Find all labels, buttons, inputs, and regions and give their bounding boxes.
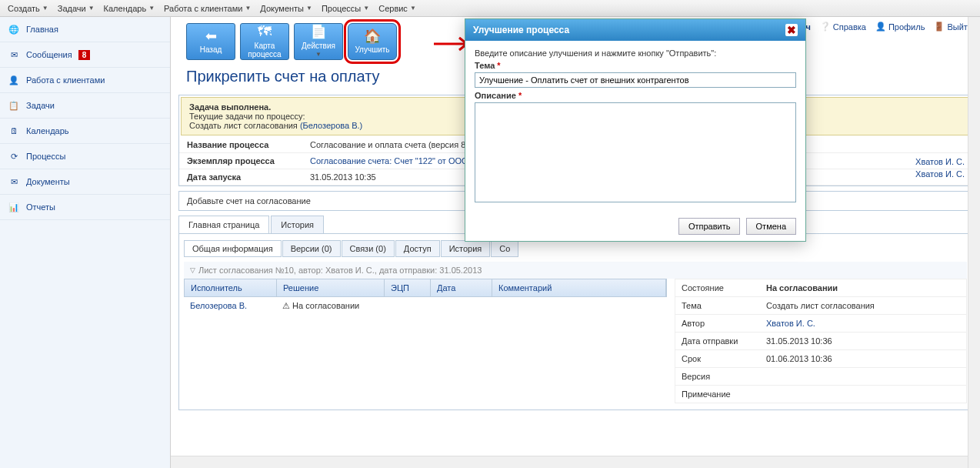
menu-tasks[interactable]: Задачи▼ — [53, 2, 99, 15]
dialog-instruction: Введите описание улучшения и нажмите кно… — [475, 48, 796, 58]
menu-create[interactable]: Создать▼ — [3, 2, 53, 15]
dialog-title: Улучшение процесса — [473, 25, 569, 35]
sidebar-item-home[interactable]: 🌐Главная — [0, 17, 170, 42]
vertical-scrollbar[interactable] — [968, 17, 980, 468]
description-textarea[interactable] — [475, 102, 796, 202]
clipboard-icon: 📋 — [8, 99, 20, 112]
tab-access[interactable]: Доступ — [395, 240, 440, 257]
menu-documents[interactable]: Документы▼ — [255, 2, 317, 15]
info-label: Экземпляр процесса — [187, 156, 310, 165]
improve-button[interactable]: 🏠Улучшить — [348, 23, 397, 60]
doc-icon: 📄 — [310, 25, 327, 40]
process-instance-link[interactable]: Согласование счета: Счет "122" от ООО Са… — [310, 156, 486, 165]
sidebar-item-messages[interactable]: ✉Сообщения 8 — [0, 42, 170, 68]
approval-sheet-header[interactable]: ▽Лист согласования №10, автор: Хватов И.… — [184, 262, 967, 279]
inner-panel: Общая информация Версии (0) Связи (0) До… — [178, 233, 972, 410]
top-menu: Создать▼ Задачи▼ Календарь▼ Работа с кли… — [0, 0, 980, 17]
info-label: Название процесса — [187, 140, 310, 149]
dialog-title-bar: Улучшение процесса ✖ — [465, 19, 805, 41]
task-current-label: Текущие задачи по процессу: — [189, 112, 305, 121]
sidebar-item-documents[interactable]: ✉Документы — [0, 169, 170, 195]
info-value: Согласование и оплата счета (версия 8) — [310, 140, 468, 149]
map-icon: 🗺 — [258, 25, 272, 40]
close-icon[interactable]: ✖ — [785, 24, 798, 36]
menu-calendar[interactable]: Календарь▼ — [99, 2, 159, 15]
task-line: Создать лист согласования — [189, 121, 298, 130]
menu-clients[interactable]: Работа с клиентами▼ — [159, 2, 255, 15]
actions-button[interactable]: 📄Действия▼ — [294, 23, 343, 60]
globe-icon: 🌐 — [8, 23, 20, 35]
grid-header: Исполнитель Решение ЭЦП Дата Комментарий — [184, 279, 667, 297]
person-icon: 👤 — [8, 74, 20, 86]
table-row: Белозерова В. ⚠ На согласовании — [184, 297, 667, 315]
tab-links[interactable]: Связи (0) — [342, 240, 395, 257]
author-link[interactable]: Хватов И. С. — [766, 319, 815, 328]
sidebar-item-processes[interactable]: ⟳Процессы — [0, 144, 170, 169]
secondary-tabs: Общая информация Версии (0) Связи (0) До… — [184, 240, 967, 257]
chart-icon: 📊 — [8, 201, 20, 213]
cycle-icon: ⟳ — [8, 150, 20, 162]
warning-icon: ⚠ — [282, 301, 290, 310]
sidebar-item-tasks[interactable]: 📋Задачи — [0, 93, 170, 119]
improvement-dialog: Улучшение процесса ✖ Введите описание ул… — [465, 18, 806, 242]
user-link[interactable]: Хватов И. С. — [915, 168, 965, 180]
tab-history2[interactable]: История — [441, 240, 491, 257]
subject-label: Тема * — [475, 61, 796, 70]
executor-link[interactable]: Белозерова В. — [190, 301, 247, 310]
task-user-link[interactable]: (Белозерова В.) — [300, 121, 362, 130]
process-map-button[interactable]: 🗺Карта процесса — [240, 23, 289, 60]
subject-input[interactable] — [475, 72, 796, 88]
tab-versions[interactable]: Версии (0) — [282, 240, 341, 257]
side-users: Хватов И. С. Хватов И. С. — [915, 155, 965, 180]
envelope-icon: ✉ — [8, 176, 20, 188]
tab-general[interactable]: Общая информация — [184, 240, 282, 257]
info-label: Дата запуска — [187, 172, 310, 182]
collapse-icon: ▽ — [190, 266, 195, 274]
calendar-icon: 🗓 — [8, 125, 20, 137]
user-link[interactable]: Хватов И. С. — [915, 155, 965, 168]
description-label: Описание * — [475, 91, 796, 100]
back-icon: ⬅ — [205, 29, 217, 45]
sidebar-item-reports[interactable]: 📊Отчеты — [0, 195, 170, 220]
house-icon: 🏠 — [364, 29, 381, 45]
meta-grid: СостояниеНа согласовании ТемаСоздать лис… — [675, 279, 967, 403]
messages-badge: 8 — [78, 50, 91, 60]
sidebar: 🌐Главная ✉Сообщения 8 👤Работа с клиентам… — [0, 17, 171, 468]
send-button[interactable]: Отправить — [678, 218, 741, 235]
info-value: 31.05.2013 10:35 — [310, 172, 376, 182]
sidebar-item-calendar[interactable]: 🗓Календарь — [0, 119, 170, 144]
tab-history[interactable]: История — [271, 216, 324, 233]
task-done-label: Задача выполнена. — [189, 102, 271, 112]
mail-icon: ✉ — [8, 48, 20, 61]
cancel-button[interactable]: Отмена — [746, 218, 796, 235]
menu-processes[interactable]: Процессы▼ — [317, 2, 374, 15]
tab-main-page[interactable]: Главная страница — [178, 216, 269, 233]
horizontal-scrollbar[interactable] — [171, 456, 968, 468]
back-button[interactable]: ⬅Назад — [186, 23, 235, 60]
tab-partial[interactable]: Со — [491, 240, 518, 257]
sidebar-item-clients[interactable]: 👤Работа с клиентами — [0, 68, 170, 93]
menu-service[interactable]: Сервис▼ — [374, 2, 421, 15]
